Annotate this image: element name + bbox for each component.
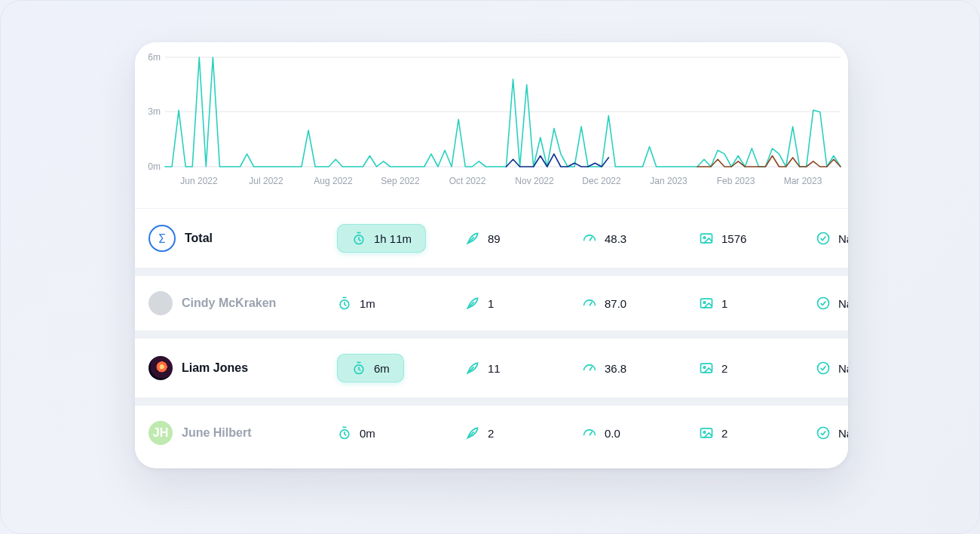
series-activity_navy xyxy=(507,154,609,167)
x-tick-label: Jan 2023 xyxy=(650,176,688,186)
row-cindy[interactable]: Cindy McKraken 1m 1 xyxy=(135,275,848,330)
score-cell: 48.3 xyxy=(582,231,699,246)
y-tick-label: 3m xyxy=(148,106,161,117)
gauge-icon xyxy=(582,296,597,311)
time-value: 1m xyxy=(360,297,375,310)
images-cell: 2 xyxy=(699,361,816,376)
score-value: 87.0 xyxy=(605,297,626,310)
posts-value: 2 xyxy=(488,427,494,440)
sigma-icon xyxy=(149,225,176,252)
x-tick-label: Dec 2022 xyxy=(582,176,621,186)
activity-chart: 6m 3m 0m Jun 2022 Jul 2022 Aug 2022 Sep … xyxy=(135,42,848,209)
images-cell: 1576 xyxy=(699,231,816,246)
row-june[interactable]: JH June Hilbert 0m 2 xyxy=(135,405,848,460)
row-name: June Hilbert xyxy=(182,426,251,440)
feather-icon xyxy=(465,231,480,246)
row-liam[interactable]: Liam Jones 6m 11 xyxy=(135,338,848,397)
images-value: 1 xyxy=(721,297,727,310)
check-circle-icon xyxy=(816,231,831,246)
x-tick-label: Oct 2022 xyxy=(449,176,486,186)
image-icon xyxy=(699,231,714,246)
time-value: 6m xyxy=(374,362,390,375)
percent-value: NaN% xyxy=(838,232,848,245)
score-value: 36.8 xyxy=(605,362,626,375)
check-circle-icon xyxy=(816,361,831,376)
people-rows: Total 1h 11m 89 xyxy=(135,209,848,460)
score-cell: 87.0 xyxy=(582,296,699,311)
percent-cell: NaN% xyxy=(816,361,848,376)
app-frame: 6m 3m 0m Jun 2022 Jul 2022 Aug 2022 Sep … xyxy=(0,0,980,534)
y-ticks: 6m 3m 0m xyxy=(148,52,161,172)
svg-point-14 xyxy=(703,431,706,434)
images-cell: 2 xyxy=(699,425,816,440)
check-circle-icon xyxy=(816,425,831,440)
image-icon xyxy=(699,296,714,311)
feather-icon xyxy=(465,296,480,311)
row-name: Liam Jones xyxy=(182,361,248,375)
percent-value: NaN% xyxy=(838,297,848,310)
row-lead: Total xyxy=(149,225,337,252)
row-name: Total xyxy=(185,232,213,245)
images-cell: 1 xyxy=(699,296,816,311)
time-cell: 6m xyxy=(337,354,465,382)
stopwatch-icon xyxy=(351,231,366,246)
gauge-icon xyxy=(582,361,597,376)
image-icon xyxy=(699,425,714,440)
row-total[interactable]: Total 1h 11m 89 xyxy=(135,209,848,268)
x-tick-label: Nov 2022 xyxy=(515,176,554,186)
percent-cell: NaN% xyxy=(816,425,848,440)
svg-point-6 xyxy=(703,302,706,304)
svg-point-15 xyxy=(818,428,829,439)
x-tick-label: Jun 2022 xyxy=(180,176,218,186)
avatar-initials: JH xyxy=(149,421,173,445)
feather-icon xyxy=(465,361,480,376)
avatar xyxy=(149,356,173,380)
chart-svg: 6m 3m 0m Jun 2022 Jul 2022 Aug 2022 Sep … xyxy=(135,42,848,208)
posts-value: 89 xyxy=(488,232,501,245)
check-circle-icon xyxy=(816,296,831,311)
svg-point-7 xyxy=(818,298,829,309)
insights-card: 6m 3m 0m Jun 2022 Jul 2022 Aug 2022 Sep … xyxy=(135,42,848,468)
images-value: 2 xyxy=(721,427,727,440)
svg-point-11 xyxy=(818,363,829,374)
feather-icon xyxy=(465,425,480,440)
y-tick-label: 6m xyxy=(148,52,161,63)
y-tick-label: 0m xyxy=(148,161,161,172)
x-tick-label: Feb 2023 xyxy=(717,176,755,186)
row-name: Cindy McKraken xyxy=(182,296,276,310)
score-cell: 36.8 xyxy=(582,361,699,376)
percent-value: NaN% xyxy=(838,427,848,440)
time-cell: 1h 11m xyxy=(337,224,465,253)
x-tick-label: Aug 2022 xyxy=(314,176,353,186)
avatar xyxy=(149,291,173,315)
time-cell: 1m xyxy=(337,296,465,311)
images-value: 2 xyxy=(721,362,727,375)
time-chip: 1h 11m xyxy=(337,224,426,253)
gauge-icon xyxy=(582,425,597,440)
stopwatch-icon xyxy=(351,361,366,376)
x-ticks: Jun 2022 Jul 2022 Aug 2022 Sep 2022 Oct … xyxy=(180,176,822,186)
posts-cell: 89 xyxy=(465,231,582,246)
percent-cell: NaN% xyxy=(816,296,848,311)
time-value: 1h 11m xyxy=(374,232,412,245)
percent-value: NaN% xyxy=(838,362,848,375)
x-tick-label: Jul 2022 xyxy=(249,176,283,186)
stopwatch-icon xyxy=(337,296,352,311)
posts-cell: 2 xyxy=(465,425,582,440)
svg-point-3 xyxy=(818,233,829,244)
percent-cell: NaN% xyxy=(816,231,848,246)
gauge-icon xyxy=(582,231,597,246)
posts-value: 1 xyxy=(488,297,494,310)
images-value: 1576 xyxy=(721,232,746,245)
x-tick-label: Mar 2023 xyxy=(784,176,822,186)
time-cell: 0m xyxy=(337,425,465,440)
stopwatch-icon xyxy=(337,425,352,440)
row-lead: JH June Hilbert xyxy=(149,421,337,445)
time-value: 0m xyxy=(360,427,375,440)
svg-point-2 xyxy=(703,237,706,239)
row-lead: Liam Jones xyxy=(149,356,337,380)
posts-cell: 11 xyxy=(465,361,582,376)
row-lead: Cindy McKraken xyxy=(149,291,337,315)
score-cell: 0.0 xyxy=(582,425,699,440)
x-tick-label: Sep 2022 xyxy=(381,176,420,186)
